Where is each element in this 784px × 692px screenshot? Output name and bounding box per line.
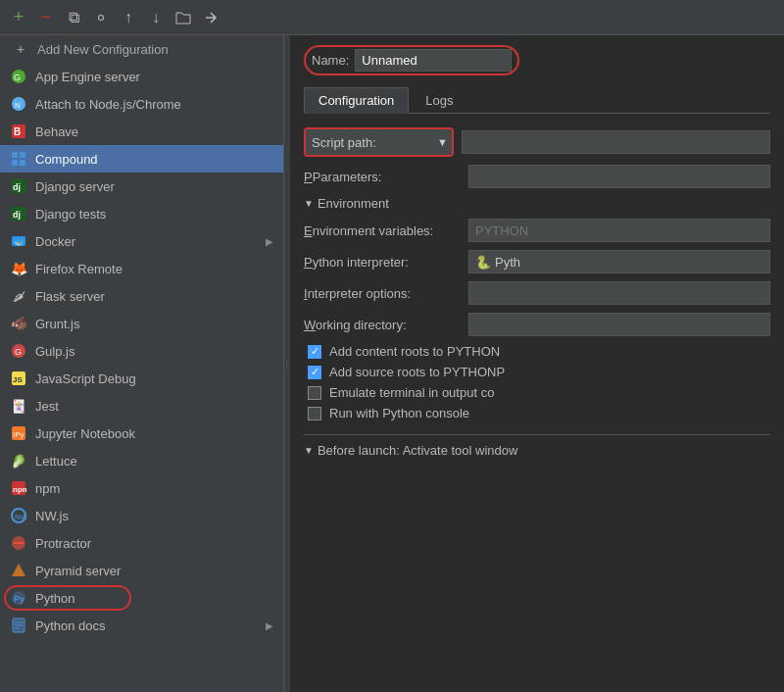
working-directory-label: Working directory: xyxy=(304,318,461,332)
gruntjs-label: Grunt.js xyxy=(35,317,273,331)
python-interpreter-row: Python interpreter: 🐍 Pyth xyxy=(304,250,770,273)
firefox-label: Firefox Remote xyxy=(35,262,273,276)
python-interpreter-value[interactable]: 🐍 Pyth xyxy=(468,250,770,273)
checkbox-emulate-terminal-label: Emulate terminal in output co xyxy=(329,385,494,400)
parameters-label: PParameters: xyxy=(304,170,461,184)
nwjs-label: NW.js xyxy=(35,509,273,523)
parameters-input[interactable] xyxy=(468,165,770,188)
menu-item-compound[interactable]: Compound xyxy=(0,145,283,173)
checkbox-source-roots-label: Add source roots to PYTHONP xyxy=(329,365,505,379)
interpreter-options-row: Interpreter options: xyxy=(304,281,770,305)
menu-item-django-tests[interactable]: dj Django tests xyxy=(0,200,283,227)
before-launch-section: ▼ Before launch: Activate tool window xyxy=(304,434,770,458)
django-server-icon: dj xyxy=(10,177,27,195)
name-label: Name: xyxy=(312,53,349,68)
svg-marker-28 xyxy=(12,564,25,576)
move-down-button[interactable]: ↓ xyxy=(145,7,167,28)
menu-item-gulpjs[interactable]: G Gulp.js xyxy=(0,337,283,365)
menu-item-jest[interactable]: 🃏 Jest xyxy=(0,392,283,420)
gruntjs-icon: 🐗 xyxy=(10,315,27,332)
checkbox-python-console-label: Run with Python console xyxy=(329,406,469,420)
protractor-icon xyxy=(10,534,27,552)
before-launch-arrow: ▼ xyxy=(304,445,314,456)
name-row-highlight: Name: xyxy=(304,45,519,75)
name-input[interactable] xyxy=(355,49,512,72)
tab-logs[interactable]: Logs xyxy=(411,87,467,113)
python-docs-icon xyxy=(10,617,27,634)
env-variables-input[interactable] xyxy=(468,219,770,242)
jest-icon: 🃏 xyxy=(10,397,27,415)
menu-item-gruntjs[interactable]: 🐗 Grunt.js xyxy=(0,310,283,337)
menu-item-nwjs[interactable]: NW NW.js xyxy=(0,502,283,529)
checkbox-python-console[interactable] xyxy=(308,407,321,420)
main-area: + Add New Configuration G App Engine ser… xyxy=(0,35,784,692)
pyramid-label: Pyramid server xyxy=(35,564,273,578)
npm-icon: npm xyxy=(10,479,27,497)
config-list: + Add New Configuration G App Engine ser… xyxy=(0,35,284,692)
checkbox-source-roots[interactable]: ✓ xyxy=(308,366,321,379)
remove-button[interactable]: − xyxy=(35,7,57,28)
menu-item-docker[interactable]: 🐳 Docker ▶ xyxy=(0,227,283,255)
menu-item-firefox[interactable]: 🦊 Firefox Remote xyxy=(0,255,283,282)
firefox-icon: 🦊 xyxy=(10,260,27,277)
jupyter-icon: IPy xyxy=(10,424,27,442)
jsdebug-icon: JS xyxy=(10,370,27,387)
menu-item-pyramid[interactable]: Pyramid server xyxy=(0,557,283,584)
add-button[interactable]: + xyxy=(8,7,29,28)
python-interpreter-icon: 🐍 xyxy=(475,255,491,270)
menu-item-attach-nodejs[interactable]: N Attach to Node.js/Chrome xyxy=(0,90,283,118)
menu-item-app-engine[interactable]: G App Engine server xyxy=(0,63,283,90)
npm-label: npm xyxy=(35,481,273,496)
tab-configuration[interactable]: Configuration xyxy=(304,87,409,114)
menu-item-python-docs[interactable]: Python docs ▶ xyxy=(0,612,283,639)
docker-arrow: ▶ xyxy=(266,236,273,247)
svg-text:dj: dj xyxy=(13,182,21,192)
jsdebug-label: JavaScript Debug xyxy=(35,371,273,386)
menu-item-npm[interactable]: npm npm xyxy=(0,474,283,502)
working-directory-input[interactable] xyxy=(468,313,770,336)
svg-rect-9 xyxy=(20,160,25,166)
menu-item-jsdebug[interactable]: JS JavaScript Debug xyxy=(0,365,283,392)
nodejs-label: Attach to Node.js/Chrome xyxy=(35,97,273,112)
svg-rect-8 xyxy=(12,160,18,166)
environment-label: Environment xyxy=(318,196,389,211)
checkbox-content-roots[interactable]: ✓ xyxy=(308,345,321,359)
menu-item-flask[interactable]: 🌶 Flask server xyxy=(0,282,283,310)
pyramid-icon xyxy=(10,562,27,579)
interpreter-options-input[interactable] xyxy=(468,281,770,305)
config-tabs: Configuration Logs xyxy=(304,87,770,114)
script-path-arrow-icon: ▼ xyxy=(433,129,452,155)
script-path-input[interactable] xyxy=(462,130,770,154)
settings-button[interactable] xyxy=(90,7,112,28)
folder-button[interactable] xyxy=(172,7,194,28)
environment-section-header[interactable]: ▼ Environment xyxy=(304,196,770,211)
checkbox-content-roots-label: Add content roots to PYTHON xyxy=(329,344,500,359)
menu-item-python[interactable]: Py Python xyxy=(0,584,283,612)
menu-item-django-server[interactable]: dj Django server xyxy=(0,173,283,200)
script-path-select[interactable]: Script path: Module name: xyxy=(306,129,433,155)
menu-item-jupyter[interactable]: IPy Jupyter Notebook xyxy=(0,420,283,447)
lettuce-label: Lettuce xyxy=(35,454,273,469)
menu-item-lettuce[interactable]: 🥬 Lettuce xyxy=(0,447,283,474)
django-server-label: Django server xyxy=(35,179,273,194)
working-directory-row: Working directory: xyxy=(304,313,770,336)
app-engine-icon: G xyxy=(10,68,27,85)
move-up-button[interactable]: ↑ xyxy=(118,7,139,28)
script-path-row: Script path: Module name: ▼ xyxy=(304,127,770,157)
checkbox-emulate-terminal[interactable] xyxy=(308,386,321,400)
add-new-config-item[interactable]: + Add New Configuration xyxy=(0,35,283,63)
gulpjs-icon: G xyxy=(10,342,27,360)
svg-rect-6 xyxy=(12,152,18,158)
menu-item-behave[interactable]: B Behave xyxy=(0,118,283,145)
script-path-highlight: Script path: Module name: ▼ xyxy=(304,127,454,157)
svg-text:G: G xyxy=(14,73,21,82)
copy-button[interactable]: ⧉ xyxy=(63,7,84,28)
lettuce-icon: 🥬 xyxy=(10,452,27,470)
compound-label: Compound xyxy=(35,152,273,167)
parameters-row: PParameters: xyxy=(304,165,770,188)
behave-label: Behave xyxy=(35,124,273,139)
environment-collapse-arrow: ▼ xyxy=(304,198,314,209)
menu-item-protractor[interactable]: Protractor xyxy=(0,529,283,557)
import-button[interactable] xyxy=(200,7,221,28)
python-interpreter-text: Pyth xyxy=(495,255,520,270)
